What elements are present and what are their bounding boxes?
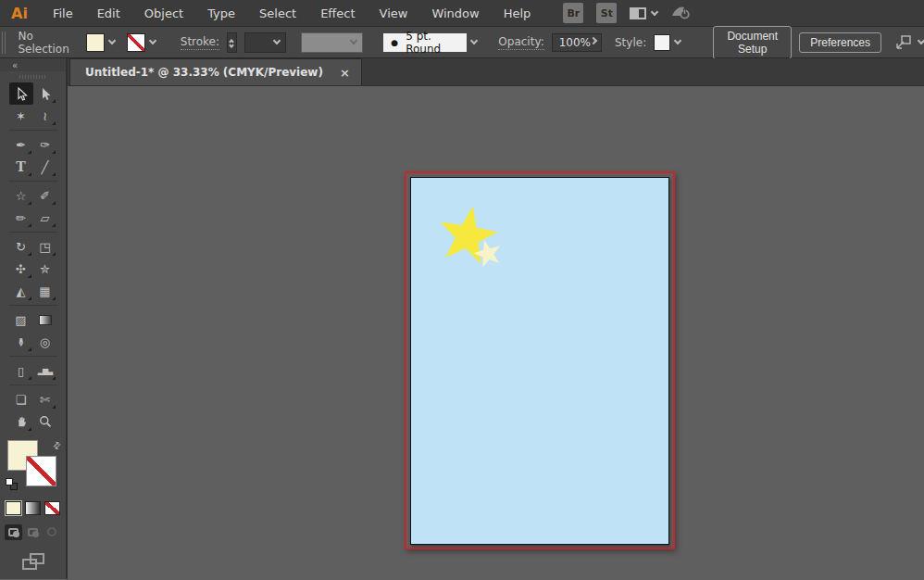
curvature-tool[interactable]: ✑ (33, 133, 57, 156)
scale-tool[interactable]: ◳ (33, 235, 57, 258)
width-tool[interactable]: ✣ (9, 258, 33, 280)
artboard-tool[interactable]: ❏ (9, 388, 33, 410)
fill-color-dropdown[interactable] (105, 33, 119, 52)
gradient-button[interactable] (25, 501, 41, 515)
collapse-panel-icon[interactable]: « (12, 60, 18, 70)
eyedropper-tool[interactable]: ✒ (9, 331, 33, 353)
magnifier-icon (39, 415, 52, 428)
shaper-tool[interactable]: ✏ (9, 207, 33, 229)
brush-definition-field[interactable]: ● 5 pt. Round (383, 33, 467, 52)
line-segment-tool[interactable]: ╱ (33, 156, 57, 178)
shape-builder-tool[interactable]: ◭ (9, 280, 33, 302)
style-combo[interactable] (654, 33, 685, 52)
opacity-field[interactable]: 100% (552, 33, 602, 52)
swap-fill-stroke-icon[interactable]: ⇄ (50, 439, 63, 452)
brush-definition-dropdown[interactable] (467, 33, 481, 52)
tools-panel-grip[interactable] (0, 71, 66, 82)
stroke-proxy-swatch[interactable] (26, 456, 56, 486)
eraser-tool[interactable]: ▱ (33, 207, 57, 229)
style-swatch[interactable] (654, 34, 670, 51)
panel-collapse-strip[interactable]: « (0, 58, 66, 71)
stroke-weight-dropdown[interactable] (244, 32, 286, 53)
bleed-guide (405, 171, 675, 549)
color-mode-buttons (0, 501, 66, 515)
draw-behind-button[interactable] (24, 524, 42, 540)
menu-effect[interactable]: Effect (308, 0, 367, 27)
stroke-color-combo[interactable] (127, 33, 160, 52)
stroke-weight-stepper[interactable] (227, 32, 237, 53)
selection-tool[interactable] (9, 82, 33, 105)
column-graph-tool[interactable]: ▂▆▃ (33, 359, 57, 382)
document-tab-bar: Untitled-1* @ 33.33% (CMYK/Preview) × (68, 58, 924, 86)
tool-group-separator (9, 302, 57, 309)
sync-status-icon[interactable] (670, 4, 691, 23)
brush-definition-combo[interactable]: ● 5 pt. Round (383, 33, 481, 52)
tool-group-separator (9, 229, 57, 235)
direct-selection-tool[interactable] (33, 82, 57, 105)
menu-type[interactable]: Type (195, 0, 247, 27)
draw-inside-icon (47, 528, 57, 536)
default-fill-stroke-icon[interactable] (6, 478, 18, 490)
bridge-button[interactable]: Br (563, 3, 583, 23)
fill-color-swatch[interactable] (86, 33, 105, 52)
menu-view[interactable]: View (368, 0, 420, 27)
menu-help[interactable]: Help (492, 0, 543, 27)
menu-file[interactable]: File (41, 0, 85, 27)
lasso-tool[interactable]: ≀ (33, 105, 57, 127)
menu-object[interactable]: Object (132, 0, 195, 27)
star-shape-icon: ☆ (16, 189, 27, 203)
menu-window[interactable]: Window (419, 0, 491, 27)
control-panel-menu[interactable] (894, 34, 924, 51)
magic-wand-tool[interactable]: ✶ (9, 105, 33, 127)
brush-dot-icon: ● (391, 38, 398, 47)
chevron-right-icon[interactable] (590, 37, 597, 44)
style-dropdown[interactable] (670, 33, 685, 52)
artboard[interactable] (410, 177, 669, 545)
stroke-color-swatch[interactable] (127, 33, 145, 52)
draw-normal-button[interactable] (5, 524, 22, 540)
pen-icon: ✒ (16, 138, 26, 152)
curvature-pen-icon: ✑ (40, 138, 50, 152)
canvas-area[interactable] (68, 86, 924, 579)
gradient-tool[interactable] (33, 309, 57, 331)
document-setup-button[interactable]: Document Setup (713, 26, 792, 59)
blend-tool[interactable]: ◎ (33, 331, 57, 353)
preferences-button[interactable]: Preferences (799, 32, 881, 53)
type-tool[interactable]: T (9, 156, 33, 178)
column-graph-icon: ▂▆▃ (38, 367, 52, 375)
color-button[interactable] (6, 501, 21, 515)
fill-color-combo[interactable] (86, 33, 119, 52)
workspace-switcher[interactable] (630, 7, 657, 19)
star-tool[interactable]: ☆ (9, 184, 33, 207)
mesh-tool[interactable]: ▨ (9, 309, 33, 331)
menu-edit[interactable]: Edit (85, 0, 132, 27)
opacity-label: Opacity: (498, 35, 543, 50)
illustrator-logo: Ai (0, 5, 41, 22)
stock-button[interactable]: St (596, 3, 617, 23)
rotate-tool[interactable]: ↻ (9, 235, 33, 258)
width-profile-dropdown[interactable] (301, 32, 363, 53)
pen-tool[interactable]: ✒ (9, 133, 33, 156)
chevron-down-icon (651, 7, 658, 15)
perspective-grid-tool[interactable]: ▦ (33, 280, 57, 302)
tab-close-icon[interactable]: × (340, 66, 350, 80)
document-tab[interactable]: Untitled-1* @ 33.33% (CMYK/Preview) × (69, 58, 362, 85)
stroke-color-dropdown[interactable] (145, 33, 160, 52)
slice-tool[interactable]: ✄ (33, 388, 57, 410)
brush-definition-value: 5 pt. Round (406, 30, 467, 56)
puppet-warp-tool[interactable]: ✮ (33, 258, 57, 280)
change-screen-mode-button[interactable] (0, 553, 66, 570)
symbol-sprayer-tool[interactable]: ▯ (9, 359, 33, 382)
tool-group-separator (9, 382, 57, 388)
hand-tool[interactable] (9, 410, 33, 433)
lasso-icon: ≀ (43, 109, 47, 123)
scale-icon: ◳ (39, 240, 50, 254)
symbol-sprayer-icon: ▯ (18, 364, 24, 378)
gradient-box-icon (39, 315, 52, 325)
zoom-tool[interactable] (33, 410, 57, 433)
none-button[interactable] (44, 501, 60, 515)
draw-inside-button[interactable] (44, 524, 61, 540)
control-bar-grip[interactable] (2, 32, 6, 54)
menu-select[interactable]: Select (247, 0, 308, 27)
paintbrush-tool[interactable]: ✐ (33, 184, 57, 207)
